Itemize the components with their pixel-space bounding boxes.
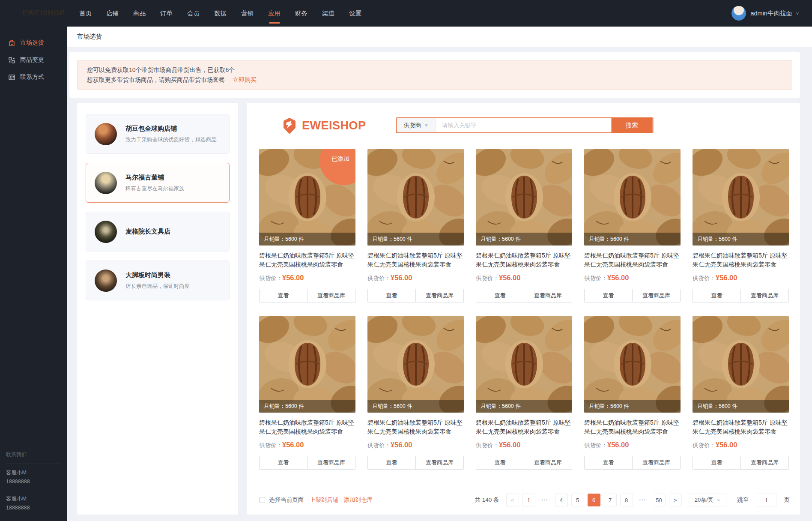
monthly-sales-strip: 月销量：5600 件 [476, 400, 572, 413]
product-card: 月销量：5600 件 碧根果仁奶油味散装整箱5斤 原味坚果仁无壳美国核桃果肉袋装… [259, 316, 355, 470]
shop-card[interactable]: 麦格院长文具店 [86, 212, 230, 252]
search-input[interactable] [436, 118, 611, 132]
pager-ellipsis: ••• [539, 494, 552, 506]
product-title[interactable]: 碧根果仁奶油味散装整箱5斤 原味坚果仁无壳美国核桃果肉袋装零食 [693, 418, 789, 436]
pecan-photo-placeholder [693, 316, 789, 413]
list-footer: 选择当前页面 上架到店铺 添加到仓库 共 140 条 < 1•••45678••… [259, 494, 790, 512]
prev-page-button[interactable]: < [506, 494, 519, 506]
page-button[interactable]: 6 [588, 494, 600, 506]
price-value: ¥56.00 [499, 274, 520, 282]
product-title[interactable]: 碧根果仁奶油味散装整箱5斤 原味坚果仁无壳美国核桃果肉袋装零食 [259, 251, 355, 269]
product-image[interactable]: 月销量：5600 件 [584, 149, 681, 246]
nav-item[interactable]: 应用 [261, 0, 288, 27]
product-image[interactable]: 月销量：5600 件 [367, 316, 464, 413]
nav-item[interactable]: 数据 [207, 0, 234, 27]
page-button[interactable]: 50 [653, 494, 666, 506]
breadcrumb-bar: 市场选货 [67, 27, 812, 47]
page-button[interactable]: 7 [604, 494, 617, 506]
chevron-down-icon: ∨ [796, 11, 799, 15]
nav-item[interactable]: 渠道 [315, 0, 342, 27]
page-size-select[interactable]: 20条/页 ∨ [689, 494, 726, 506]
view-button[interactable]: 查看 [367, 289, 416, 302]
shop-desc: 店长亲自选品，保证时尚度 [125, 283, 190, 290]
select-page-checkbox[interactable] [259, 497, 265, 503]
price-value: ¥56.00 [607, 441, 629, 449]
shop-card[interactable]: 大脚板时尚男装 店长亲自选品，保证时尚度 [86, 260, 230, 300]
page-button[interactable]: 5 [571, 494, 584, 506]
product-image[interactable]: 月销量：5600 件 [693, 149, 789, 246]
product-title[interactable]: 碧根果仁奶油味散装整箱5斤 原味坚果仁无壳美国核桃果肉袋装零食 [693, 251, 789, 269]
view-library-button[interactable]: 查看商品库 [307, 289, 355, 302]
view-button[interactable]: 查看 [259, 456, 307, 470]
view-button[interactable]: 查看 [367, 456, 416, 470]
page-button[interactable]: 4 [555, 494, 568, 506]
add-to-warehouse-link[interactable]: 添加到仓库 [344, 496, 373, 504]
price-label: 供货价： [367, 275, 391, 282]
view-library-button[interactable]: 查看商品库 [307, 456, 355, 470]
product-title[interactable]: 碧根果仁奶油味散装整箱5斤 原味坚果仁无壳美国核桃果肉袋装零食 [476, 418, 572, 436]
pecan-photo-placeholder [584, 149, 681, 246]
product-image[interactable]: 月销量：5600 件 [367, 149, 464, 246]
view-button[interactable]: 查看 [584, 289, 633, 302]
nav-item[interactable]: 首页 [72, 0, 99, 27]
shop-name: 胡豆包全球购店铺 [125, 125, 217, 133]
buy-now-link[interactable]: 立即购买 [233, 76, 257, 83]
view-button[interactable]: 查看 [693, 456, 741, 470]
view-library-button[interactable]: 查看商品库 [632, 456, 681, 470]
user-menu[interactable]: admin牛肉拉面 ∨ [731, 0, 799, 27]
product-image[interactable]: 月销量：5600 件 [476, 316, 572, 413]
shop-name: 麦格院长文具店 [125, 228, 170, 236]
shop-name: 大脚板时尚男装 [125, 271, 190, 279]
view-library-button[interactable]: 查看商品库 [632, 289, 681, 302]
product-image[interactable]: 月销量：5600 件 [693, 316, 789, 413]
nav-item[interactable]: 设置 [342, 0, 369, 27]
product-image[interactable]: 月销量：5600 件 [476, 149, 572, 246]
sidebar-contact-footer: 联系我们 客服小M 18888888 客服小M 18888888 [0, 451, 67, 511]
nav-item[interactable]: 商品 [126, 0, 153, 27]
sidebar-item-market-pick[interactable]: 市场选货 [0, 34, 67, 51]
contact-us-title: 联系我们 [6, 451, 61, 458]
jump-page-input[interactable] [757, 494, 776, 506]
jump-suffix: 页 [784, 496, 790, 504]
product-title[interactable]: 碧根果仁奶油味散装整箱5斤 原味坚果仁无壳美国核桃果肉袋装零食 [476, 251, 572, 269]
search-button[interactable]: 搜索 [611, 118, 652, 132]
nav-item[interactable]: 财务 [288, 0, 315, 27]
page-button[interactable]: 8 [620, 494, 633, 506]
product-card: 月销量：5600 件 碧根果仁奶油味散装整箱5斤 原味坚果仁无壳美国核桃果肉袋装… [584, 316, 681, 470]
nav-item[interactable]: 订单 [153, 0, 180, 27]
nav-item[interactable]: 店铺 [99, 0, 126, 27]
publish-to-shop-link[interactable]: 上架到店铺 [310, 496, 339, 504]
view-button[interactable]: 查看 [259, 289, 307, 302]
product-title[interactable]: 碧根果仁奶油味散装整箱5斤 原味坚果仁无壳美国核桃果肉袋装零食 [259, 418, 355, 436]
sidebar-item-contact[interactable]: 联系方式 [0, 69, 67, 86]
product-title[interactable]: 碧根果仁奶油味散装整箱5斤 原味坚果仁无壳美国核桃果肉袋装零食 [367, 251, 464, 269]
product-image[interactable]: 已添加 月销量：5600 件 [259, 149, 355, 246]
sidebar-item-goods-change[interactable]: 商品变更 [0, 51, 67, 69]
nav-item[interactable]: 营销 [234, 0, 261, 27]
view-button[interactable]: 查看 [476, 289, 524, 302]
product-image[interactable]: 月销量：5600 件 [259, 316, 355, 413]
product-title[interactable]: 碧根果仁奶油味散装整箱5斤 原味坚果仁无壳美国核桃果肉袋装零食 [584, 251, 681, 269]
user-avatar [731, 6, 746, 21]
sidebar: 市场选货 商品变更 联系方式 联系我们 客服小M 18888888 [0, 27, 67, 521]
product-image[interactable]: 月销量：5600 件 [584, 316, 681, 413]
view-button[interactable]: 查看 [476, 456, 524, 470]
supplier-filter-select[interactable]: 供货商 ▼ [397, 118, 436, 132]
nav-item[interactable]: 会员 [180, 0, 207, 27]
view-button[interactable]: 查看 [584, 456, 633, 470]
next-page-button[interactable]: > [669, 494, 682, 506]
product-title[interactable]: 碧根果仁奶油味散装整箱5斤 原味坚果仁无壳美国核桃果肉袋装零食 [584, 418, 681, 436]
view-library-button[interactable]: 查看商品库 [740, 456, 789, 470]
shop-card[interactable]: 胡豆包全球购店铺 致力于采购全球的优质好货，精选商品 [86, 114, 230, 154]
shop-name: 马尔福古董铺 [125, 174, 185, 182]
view-library-button[interactable]: 查看商品库 [524, 289, 572, 302]
main-content: 您可以免费获取10个带货市场商品带货出售，已获取6个 想获取更多带货市场商品，请… [67, 47, 812, 521]
product-title[interactable]: 碧根果仁奶油味散装整箱5斤 原味坚果仁无壳美国核桃果肉袋装零食 [367, 418, 464, 436]
view-library-button[interactable]: 查看商品库 [415, 456, 464, 470]
view-button[interactable]: 查看 [693, 289, 741, 302]
page-button[interactable]: 1 [522, 494, 535, 506]
view-library-button[interactable]: 查看商品库 [524, 456, 572, 470]
shop-card[interactable]: 马尔福古董铺 稀有古董尽在马尔福家族 [86, 163, 230, 203]
view-library-button[interactable]: 查看商品库 [740, 289, 789, 302]
view-library-button[interactable]: 查看商品库 [415, 289, 464, 302]
